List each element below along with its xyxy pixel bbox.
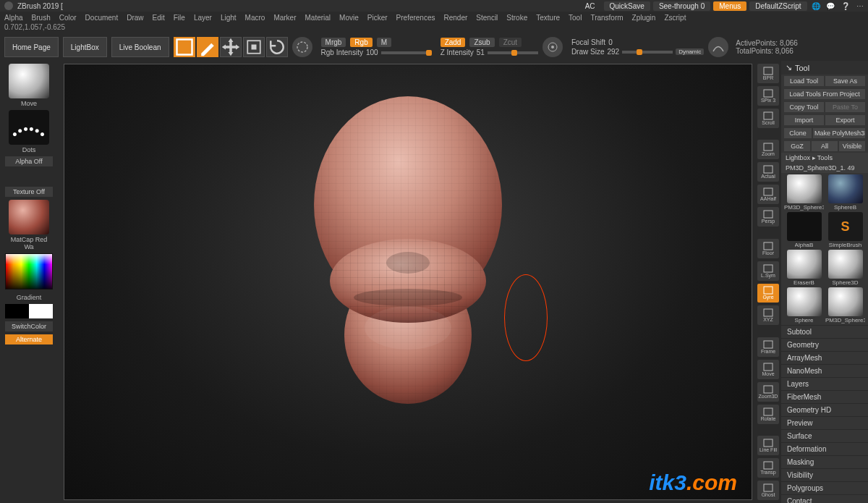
tool-thumb[interactable]: SSimpleBrush <box>825 212 865 248</box>
menu-marker[interactable]: Marker <box>273 14 296 22</box>
menu-preferences[interactable]: Preferences <box>396 14 435 22</box>
viewport-persp-button[interactable]: Persp <box>757 207 779 227</box>
viewport-line-fill-button[interactable]: Line Fill <box>757 436 779 455</box>
draw-mode-button[interactable] <box>197 37 218 57</box>
tool-thumb[interactable]: Sphere3D <box>825 250 865 286</box>
tool-breadcrumb[interactable]: Lightbox ▸ Tools <box>781 153 868 163</box>
save-as-button[interactable]: Save As <box>825 76 865 86</box>
section-preview[interactable]: Preview <box>781 416 868 429</box>
goz-visible-button[interactable]: Visible <box>839 141 865 151</box>
viewport-ghost-button[interactable]: Ghost <box>757 481 779 500</box>
section-nanomesh[interactable]: NanoMesh <box>781 364 868 377</box>
menu-edit[interactable]: Edit <box>153 14 165 22</box>
menu-file[interactable]: File <box>174 14 185 22</box>
focal-shift-slider[interactable]: Focal Shift 0 <box>571 38 704 46</box>
menu-movie[interactable]: Movie <box>339 14 359 22</box>
menu-alpha[interactable]: Alpha <box>4 14 23 22</box>
menu-color[interactable]: Color <box>59 14 77 22</box>
menu-stroke[interactable]: Stroke <box>506 14 527 22</box>
menu-stencil[interactable]: Stencil <box>476 14 498 22</box>
viewport-bpr-button[interactable]: BPR <box>757 64 779 83</box>
scale-mode-button[interactable] <box>243 37 265 57</box>
lightbox-button[interactable]: LightBox <box>63 37 107 57</box>
menus-button[interactable]: Menus <box>713 1 746 11</box>
stroke-slot[interactable]: Dots <box>5 110 53 153</box>
icon-more[interactable]: ⋯ <box>856 2 864 10</box>
menu-document[interactable]: Document <box>85 14 119 22</box>
section-deformation[interactable]: Deformation <box>781 442 868 455</box>
material-slot[interactable]: MatCap Red Wa <box>5 200 53 250</box>
viewport-move-button[interactable]: Move <box>757 360 779 379</box>
section-layers[interactable]: Layers <box>781 377 868 390</box>
brush-slot[interactable]: Move <box>5 64 53 107</box>
viewport-zoom3d-button[interactable]: Zoom3D <box>757 382 779 402</box>
menu-light[interactable]: Light <box>221 14 237 22</box>
m-button[interactable]: M <box>377 38 391 47</box>
menu-zscript[interactable]: Zscript <box>664 14 686 22</box>
make-polymesh-button[interactable]: Make PolyMesh3D <box>813 128 865 138</box>
viewport-zoom-button[interactable]: Zoom <box>757 140 779 159</box>
focal-dial[interactable] <box>542 37 563 57</box>
goz-button[interactable]: GoZ <box>784 141 810 151</box>
icon-help[interactable]: ❔ <box>841 2 850 10</box>
section-arraymesh[interactable]: ArrayMesh <box>781 351 868 364</box>
viewport-xyz-button[interactable]: XYZ <box>757 305 779 325</box>
viewport-frame-button[interactable]: Frame <box>757 337 779 357</box>
edit-mode-button[interactable] <box>174 37 195 57</box>
defaultzscript-button[interactable]: DefaultZScript <box>749 1 807 11</box>
menu-tool[interactable]: Tool <box>569 14 582 22</box>
menu-material[interactable]: Material <box>305 14 331 22</box>
viewport-transp-button[interactable]: Transp <box>757 458 779 478</box>
tool-thumb[interactable]: Sphere <box>784 287 824 324</box>
seethrough-button[interactable]: See-through 0 <box>653 1 710 11</box>
history-dial[interactable] <box>292 37 312 57</box>
tool-thumb[interactable]: EraserB <box>784 250 824 286</box>
section-subtool[interactable]: Subtool <box>781 325 868 338</box>
menu-zplugin[interactable]: Zplugin <box>632 14 656 22</box>
tool-thumb[interactable]: PM3D_Sphere3D <box>784 174 824 211</box>
viewport-scroll-button[interactable]: Scroll <box>757 109 779 128</box>
section-surface[interactable]: Surface <box>781 429 868 442</box>
home-page-button[interactable]: Home Page <box>4 37 59 57</box>
viewport-canvas[interactable]: itk3.com <box>64 64 752 500</box>
section-geometry-hd[interactable]: Geometry HD <box>781 403 868 416</box>
dynamic-button[interactable]: Dynamic <box>676 48 704 55</box>
menu-layer[interactable]: Layer <box>194 14 212 22</box>
z-intensity-slider[interactable]: Z Intensity 51 <box>441 48 538 56</box>
zadd-button[interactable]: Zadd <box>441 38 466 47</box>
clone-button[interactable]: Clone <box>784 128 812 138</box>
viewport-spix-3-button[interactable]: SPix 3 <box>757 86 779 106</box>
zcut-button[interactable]: Zcut <box>499 38 522 47</box>
load-tools-project-button[interactable]: Load Tools From Project <box>784 89 865 99</box>
color-picker[interactable] <box>5 253 53 289</box>
viewport-actual-button[interactable]: Actual <box>757 162 779 182</box>
draw-size-slider[interactable]: Draw Size 292 Dynamic <box>571 48 704 56</box>
alternate-button[interactable]: Alternate <box>5 334 53 345</box>
export-button[interactable]: Export <box>825 115 865 125</box>
load-tool-button[interactable]: Load Tool <box>784 76 824 86</box>
icon-globe[interactable]: 🌐 <box>812 2 820 10</box>
section-polygroups[interactable]: Polygroups <box>781 481 868 494</box>
section-geometry[interactable]: Geometry <box>781 338 868 351</box>
copy-tool-button[interactable]: Copy Tool <box>784 102 824 112</box>
menu-macro[interactable]: Macro <box>245 14 265 22</box>
rgb-button[interactable]: Rgb <box>350 38 372 47</box>
viewport-gyre-button[interactable]: Gyre <box>757 284 779 303</box>
live-boolean-button[interactable]: Live Boolean <box>111 37 169 57</box>
viewport-aahalf-button[interactable]: AAHalf <box>757 185 779 204</box>
tool-thumb[interactable]: SphereB <box>825 174 865 211</box>
viewport-l-sym-button[interactable]: L.Sym <box>757 261 779 281</box>
color-swatches[interactable] <box>5 304 53 318</box>
current-tool-name[interactable]: PM3D_Sphere3D_1. 49 <box>781 163 868 173</box>
texture-button[interactable]: Texture Off <box>5 187 53 197</box>
viewport-rotate-button[interactable]: Rotate <box>757 405 779 424</box>
alpha-button[interactable]: Alpha Off <box>5 156 53 166</box>
menu-transform[interactable]: Transform <box>590 14 623 22</box>
tool-thumb[interactable]: AlphaB <box>784 212 824 248</box>
menu-render[interactable]: Render <box>444 14 468 22</box>
switchcolor-button[interactable]: SwitchColor <box>5 321 53 331</box>
section-fibermesh[interactable]: FiberMesh <box>781 390 868 403</box>
section-contact[interactable]: Contact <box>781 494 868 503</box>
rotate-mode-button[interactable] <box>266 37 288 57</box>
paste-tool-button[interactable]: Paste To <box>825 102 865 112</box>
